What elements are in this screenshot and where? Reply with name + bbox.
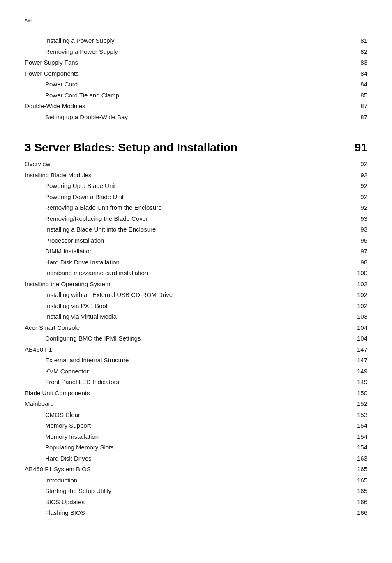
entry-page: 93 — [343, 213, 367, 225]
entry-text: AB460 F1 — [25, 344, 343, 355]
toc-row: Installing via Virtual Media103 — [25, 311, 367, 322]
toc-row: Hard Disk Drives163 — [25, 453, 367, 464]
toc-row: Memory Support154 — [25, 420, 367, 431]
entry-text: Installing Blade Modules — [25, 170, 343, 181]
toc-row: Infiniband mezzanine card installation10… — [25, 268, 367, 279]
toc-row: Installing via PXE Boot102 — [25, 301, 367, 312]
entry-page: 103 — [343, 311, 367, 322]
entry-text: Configuring BMC the IPMI Settings — [25, 333, 343, 344]
toc-row: Power Cord Tie and Clamp85 — [25, 90, 367, 101]
toc-row: Removing a Blade Unit from the Enclosure… — [25, 202, 367, 213]
entry-text: Hard Disk Drive Installation — [25, 257, 343, 268]
toc-row: Double-Wide Modules87 — [25, 101, 367, 112]
entry-page: 154 — [343, 431, 367, 443]
toc-row: Front Panel LED Indicators149 — [25, 377, 367, 388]
toc-row: Installing a Power Supply81 — [25, 35, 367, 46]
entry-text: Installing with an External USB CD-ROM D… — [25, 290, 343, 301]
entry-text: Flashing BIOS — [25, 507, 343, 519]
entry-page: 165 — [343, 475, 367, 486]
toc-row: External and Internal Structure147 — [25, 355, 367, 366]
entry-page: 166 — [343, 497, 367, 508]
entry-text: DIMM Installation — [25, 246, 343, 257]
entry-page: 95 — [343, 235, 367, 246]
entry-text: Installing via PXE Boot — [25, 301, 343, 312]
toc-row: DIMM Installation97 — [25, 246, 367, 257]
toc-row: Installing the Operating System102 — [25, 279, 367, 290]
toc-row: Power Components84 — [25, 68, 367, 79]
toc-row: Setting up a Double-Wide Bay87 — [25, 112, 367, 123]
toc-row: KVM Connector149 — [25, 366, 367, 377]
chapter-title: 3 Server Blades: Setup and Installation — [25, 127, 343, 159]
entry-text: Power Components — [25, 68, 343, 79]
entry-text: Memory Installation — [25, 431, 343, 443]
entry-page: 154 — [343, 442, 367, 453]
entry-text: Installing a Blade Unit into the Enclosu… — [25, 224, 343, 235]
toc-row: Hard Disk Drive Installation98 — [25, 257, 367, 268]
entry-page: 92 — [343, 170, 367, 181]
entry-text: Double-Wide Modules — [25, 101, 343, 112]
toc-row: Configuring BMC the IPMI Settings104 — [25, 333, 367, 344]
entry-page: 165 — [343, 486, 367, 497]
entry-page: 83 — [343, 57, 367, 68]
entry-text: Introduction — [25, 475, 343, 486]
toc-row: Flashing BIOS166 — [25, 507, 367, 519]
entry-text: KVM Connector — [25, 366, 343, 377]
toc-row: Installing with an External USB CD-ROM D… — [25, 290, 367, 301]
entry-text: Front Panel LED Indicators — [25, 377, 343, 388]
entry-text: Installing a Power Supply — [25, 35, 343, 46]
entry-text: Acer Smart Console — [25, 322, 343, 334]
entry-text: Removing/Replacing the Blade Cover — [25, 213, 343, 225]
entry-page: 82 — [343, 46, 367, 58]
entry-page: 102 — [343, 279, 367, 290]
entry-text: Overview — [25, 159, 343, 170]
entry-text: Setting up a Double-Wide Bay — [25, 112, 343, 123]
entry-text: AB460 F1 System BIOS — [25, 464, 343, 475]
entry-page: 92 — [343, 202, 367, 213]
entry-text: Hard Disk Drives — [25, 453, 343, 464]
entry-page: 102 — [343, 290, 367, 301]
entry-page: 147 — [343, 344, 367, 355]
entry-page: 92 — [343, 159, 367, 170]
toc-row: Populating Memory Slots154 — [25, 442, 367, 453]
entry-text: Populating Memory Slots — [25, 442, 343, 453]
entry-text: Power Cord Tie and Clamp — [25, 90, 343, 101]
page-label: xvi — [25, 16, 367, 23]
entry-text: Installing the Operating System — [25, 279, 343, 290]
toc-row: Acer Smart Console104 — [25, 322, 367, 334]
spacer-row — [25, 123, 367, 127]
entry-text: Power Cord — [25, 79, 343, 90]
entry-text: CMOS Clear — [25, 410, 343, 421]
entry-page: 102 — [343, 301, 367, 312]
entry-page: 147 — [343, 355, 367, 366]
entry-page: 92 — [343, 181, 367, 192]
entry-text: Memory Support — [25, 420, 343, 431]
entry-page: 92 — [343, 192, 367, 203]
entry-text: Powering Down a Blade Unit — [25, 192, 343, 203]
toc-row: BIOS Updates166 — [25, 497, 367, 508]
toc-row: Removing a Power Supply82 — [25, 46, 367, 58]
entry-text: Processor Installation — [25, 235, 343, 246]
entry-text: External and Internal Structure — [25, 355, 343, 366]
toc-row: Powering Up a Blade Unit92 — [25, 181, 367, 192]
toc-row: Starting the Setup Utility165 — [25, 486, 367, 497]
entry-page: 87 — [343, 112, 367, 123]
toc-row: Removing/Replacing the Blade Cover93 — [25, 213, 367, 225]
toc-row: 3 Server Blades: Setup and Installation9… — [25, 127, 367, 159]
entry-page: 149 — [343, 366, 367, 377]
toc-row: Memory Installation154 — [25, 431, 367, 443]
toc-row: Processor Installation95 — [25, 235, 367, 246]
entry-page: 104 — [343, 333, 367, 344]
toc-row: Powering Down a Blade Unit92 — [25, 192, 367, 203]
entry-text: Starting the Setup Utility — [25, 486, 343, 497]
entry-page: 152 — [343, 399, 367, 410]
entry-text: Power Supply Fans — [25, 57, 343, 68]
entry-page: 153 — [343, 410, 367, 421]
entry-page: 81 — [343, 35, 367, 46]
entry-text: BIOS Updates — [25, 497, 343, 508]
toc-row: Blade Unit Components150 — [25, 388, 367, 399]
toc-row: Power Supply Fans83 — [25, 57, 367, 68]
entry-page: 166 — [343, 507, 367, 519]
entry-page: 149 — [343, 377, 367, 388]
entry-page: 154 — [343, 420, 367, 431]
toc-table: Installing a Power Supply81Removing a Po… — [25, 35, 367, 519]
